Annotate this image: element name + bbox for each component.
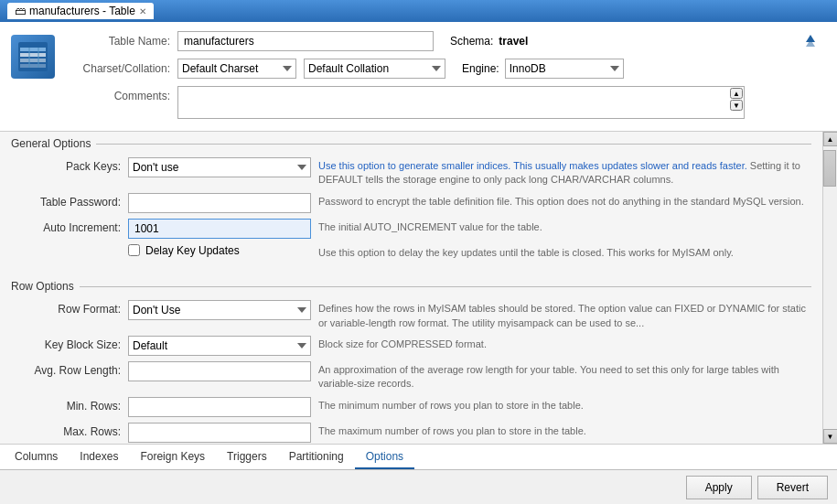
min-rows-row: Min. Rows: The minimum number of rows yo… <box>11 397 811 417</box>
pack-keys-label: Pack Keys: <box>11 157 121 173</box>
main-container: Table Name: Schema: travel Charset/Colla… <box>0 22 837 504</box>
auto-increment-label: Auto Increment: <box>11 219 121 234</box>
schema-label: Schema: <box>450 35 493 48</box>
top-form: Table Name: Schema: travel Charset/Colla… <box>0 22 837 132</box>
title-tab[interactable]: 🗃 manufacturers - Table ✕ <box>7 3 154 19</box>
avg-row-length-label: Avg. Row Length: <box>11 361 121 377</box>
engine-info: Engine: InnoDB MyISAM MEMORY <box>462 59 624 79</box>
scroll-up-arrow[interactable] <box>802 31 819 50</box>
table-password-row: Table Password: Password to encrypt the … <box>11 193 811 213</box>
row-format-select[interactable]: Don't Use Default Fixed Dynamic Compress… <box>128 300 311 320</box>
tab-triggers[interactable]: Triggers <box>216 445 278 469</box>
key-block-size-control: Default 1 2 4 8 16 <box>128 336 311 356</box>
table-password-desc: Password to encrypt the table definition… <box>318 193 811 209</box>
charset-select[interactable]: Default Charset utf8 utf8mb4 <box>177 59 296 79</box>
key-block-size-desc: Block size for COMPRESSED format. <box>318 336 811 351</box>
scroll-up-btn[interactable]: ▲ <box>823 132 838 146</box>
avg-row-length-desc: An approximation of the average row leng… <box>318 361 811 391</box>
apply-button[interactable]: Apply <box>686 476 752 499</box>
general-options-title: General Options <box>11 137 811 150</box>
row-format-control: Don't Use Default Fixed Dynamic Compress… <box>128 300 311 320</box>
auto-increment-control <box>128 219 311 239</box>
scroll-down-btn[interactable]: ▼ <box>823 429 838 444</box>
table-name-label: Table Name: <box>70 35 170 48</box>
delay-key-label: Delay Key Updates <box>145 244 240 257</box>
table-name-input[interactable] <box>177 31 434 51</box>
key-block-size-label: Key Block Size: <box>11 336 121 351</box>
avg-row-length-row: Avg. Row Length: An approximation of the… <box>11 361 811 391</box>
scrollable-content[interactable]: General Options Pack Keys: Don't use Def… <box>0 132 822 444</box>
avg-row-length-control <box>128 361 311 381</box>
svg-rect-2 <box>20 53 46 57</box>
pack-keys-desc: Use this option to generate smaller indi… <box>318 157 811 188</box>
schema-info: Schema: travel <box>450 35 528 48</box>
app-window: 🗃 manufacturers - Table ✕ <box>0 0 837 504</box>
svg-rect-1 <box>20 48 46 51</box>
comments-label: Comments: <box>70 86 170 102</box>
max-rows-row: Max. Rows: The maximum number of rows yo… <box>11 423 811 443</box>
delay-key-label-empty <box>11 244 121 247</box>
auto-increment-input[interactable] <box>128 219 311 239</box>
min-rows-label: Min. Rows: <box>11 397 121 413</box>
tab-partitioning[interactable]: Partitioning <box>278 445 355 469</box>
engine-label: Engine: <box>462 62 499 75</box>
bottom-bar: Apply Revert <box>0 469 837 504</box>
schema-value: travel <box>499 35 528 48</box>
svg-rect-4 <box>20 64 46 68</box>
max-rows-label: Max. Rows: <box>11 423 121 438</box>
pack-keys-control: Don't use Default 1 0 <box>128 157 311 177</box>
delay-key-row: Delay Key Updates Use this option to del… <box>11 244 811 260</box>
form-fields: Table Name: Schema: travel Charset/Colla… <box>70 31 826 122</box>
comments-textarea[interactable] <box>177 86 745 119</box>
table-name-row: Table Name: Schema: travel <box>70 31 826 51</box>
tab-options[interactable]: Options <box>355 445 414 469</box>
engine-select[interactable]: InnoDB MyISAM MEMORY <box>505 59 624 79</box>
max-rows-control <box>128 423 311 443</box>
tab-indexes[interactable]: Indexes <box>69 445 129 469</box>
scroll-track[interactable] <box>823 146 837 429</box>
delay-key-control: Delay Key Updates <box>128 244 311 257</box>
bottom-tabs: Columns Indexes Foreign Keys Triggers Pa… <box>0 444 837 469</box>
tab-label: manufacturers - Table <box>29 5 135 17</box>
comments-scroll-up[interactable]: ▲ <box>730 88 743 99</box>
min-rows-input[interactable] <box>128 397 311 417</box>
delay-key-checkbox[interactable] <box>128 244 140 256</box>
title-bar: 🗃 manufacturers - Table ✕ <box>0 0 837 22</box>
auto-increment-desc: The initial AUTO_INCREMENT value for the… <box>318 219 811 234</box>
pack-keys-select[interactable]: Don't use Default 1 0 <box>128 157 311 177</box>
scrollbar[interactable]: ▲ ▼ <box>822 132 837 444</box>
row-options-section: Row Options Row Format: Don't Use Defaul… <box>0 274 822 444</box>
row-format-desc: Defines how the rows in MyISAM tables sh… <box>318 300 811 330</box>
tab-columns[interactable]: Columns <box>4 445 69 469</box>
key-block-size-row: Key Block Size: Default 1 2 4 8 16 B <box>11 336 811 356</box>
max-rows-desc: The maximum number of rows you plan to s… <box>318 423 811 438</box>
general-options-section: General Options Pack Keys: Don't use Def… <box>0 132 822 274</box>
tab-icon: 🗃 <box>15 5 26 17</box>
delay-key-desc: Use this option to delay the key updates… <box>318 244 811 260</box>
table-password-control <box>128 193 311 213</box>
min-rows-control <box>128 397 311 417</box>
charset-row: Charset/Collation: Default Charset utf8 … <box>70 59 826 79</box>
content-area: General Options Pack Keys: Don't use Def… <box>0 132 837 444</box>
collation-select[interactable]: Default Collation utf8_general_ci <box>304 59 445 79</box>
scroll-thumb[interactable] <box>823 150 836 187</box>
row-format-label: Row Format: <box>11 300 121 316</box>
row-format-row: Row Format: Don't Use Default Fixed Dyna… <box>11 300 811 330</box>
avg-row-length-input[interactable] <box>128 361 311 381</box>
key-block-size-select[interactable]: Default 1 2 4 8 16 <box>128 336 311 356</box>
comments-scroll-down[interactable]: ▼ <box>730 100 743 111</box>
max-rows-input[interactable] <box>128 423 311 443</box>
row-options-title: Row Options <box>11 280 811 293</box>
close-icon[interactable]: ✕ <box>139 6 146 16</box>
table-password-input[interactable] <box>128 193 311 213</box>
tab-foreign-keys[interactable]: Foreign Keys <box>129 445 216 469</box>
table-password-label: Table Password: <box>11 193 121 209</box>
comments-row: Comments: ▲ ▼ <box>70 86 826 122</box>
pack-keys-row: Pack Keys: Don't use Default 1 0 Use thi… <box>11 157 811 188</box>
charset-label: Charset/Collation: <box>70 62 170 75</box>
svg-rect-3 <box>20 59 46 62</box>
revert-button[interactable]: Revert <box>757 476 828 499</box>
min-rows-desc: The minimum number of rows you plan to s… <box>318 397 811 413</box>
table-icon <box>11 35 55 79</box>
auto-increment-row: Auto Increment: The initial AUTO_INCREME… <box>11 219 811 239</box>
